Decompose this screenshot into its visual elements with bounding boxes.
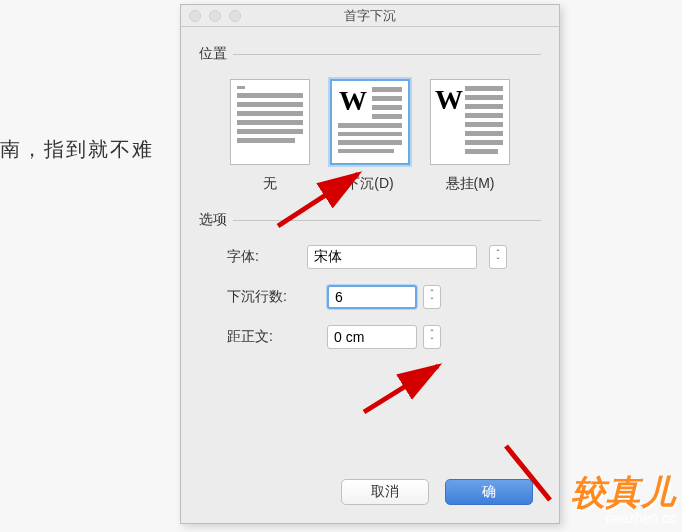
font-select[interactable] [307, 245, 477, 269]
distance-row: 距正文: ˆ ˇ [227, 325, 541, 349]
chevron-down-icon: ˇ [431, 297, 434, 305]
ok-button[interactable]: 确 [445, 479, 533, 505]
lines-input[interactable] [327, 285, 417, 309]
font-label: 字体: [227, 248, 307, 266]
distance-input[interactable] [327, 325, 417, 349]
font-row: 字体: ˆ ˇ [227, 245, 541, 269]
font-dropdown-button[interactable]: ˆ ˇ [489, 245, 507, 269]
position-label: 位置 [199, 45, 227, 63]
zoom-icon[interactable] [229, 10, 241, 22]
position-option-margin-label: 悬挂(M) [446, 175, 495, 193]
distance-label: 距正文: [227, 328, 327, 346]
dialog-titlebar[interactable]: 首字下沉 [181, 5, 559, 27]
document-text: 南，指到就不难 [0, 136, 154, 163]
position-option-none-label: 无 [263, 175, 277, 193]
drop-cap-dialog: 首字下沉 位置 无 W [180, 4, 560, 524]
lines-stepper[interactable]: ˆ ˇ [423, 285, 441, 309]
position-option-margin[interactable]: W 悬挂(M) [430, 79, 510, 193]
thumb-margin: W [430, 79, 510, 165]
watermark: 较真儿 jiaozhen.cc [571, 470, 676, 526]
distance-stepper[interactable]: ˆ ˇ [423, 325, 441, 349]
position-section: 位置 无 W [199, 45, 541, 193]
thumb-dropped: W [330, 79, 410, 165]
button-row: 取消 确 [341, 479, 533, 505]
cancel-button[interactable]: 取消 [341, 479, 429, 505]
minimize-icon[interactable] [209, 10, 221, 22]
traffic-lights [189, 10, 241, 22]
position-option-dropped[interactable]: W 下沉(D) [330, 79, 410, 193]
divider [233, 220, 541, 221]
dialog-title: 首字下沉 [344, 7, 396, 25]
thumb-none [230, 79, 310, 165]
chevron-down-icon: ˇ [497, 257, 500, 265]
divider [233, 54, 541, 55]
position-option-dropped-label: 下沉(D) [346, 175, 393, 193]
close-icon[interactable] [189, 10, 201, 22]
lines-row: 下沉行数: ˆ ˇ [227, 285, 541, 309]
position-option-none[interactable]: 无 [230, 79, 310, 193]
chevron-down-icon: ˇ [431, 337, 434, 345]
options-label: 选项 [199, 211, 227, 229]
lines-label: 下沉行数: [227, 288, 327, 306]
options-section: 选项 字体: ˆ ˇ 下沉行数: ˆ ˇ 距正文: [199, 211, 541, 349]
